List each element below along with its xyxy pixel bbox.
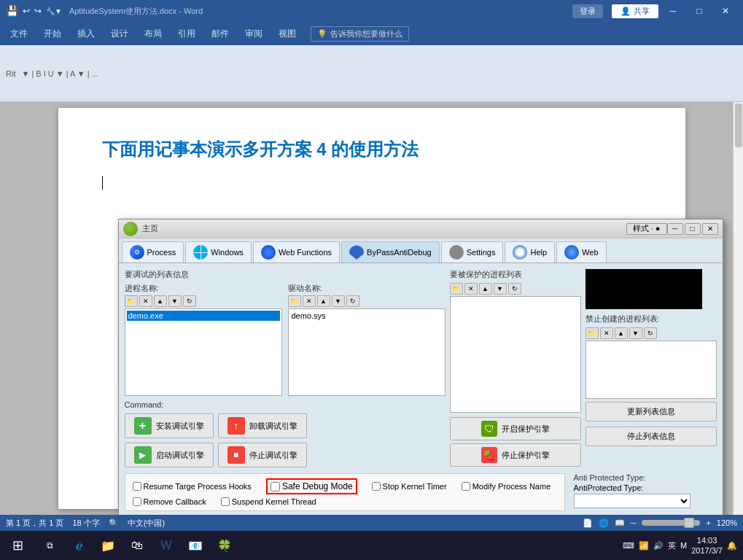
tab-review[interactable]: 审阅 <box>238 25 270 43</box>
customize-icon[interactable]: 🔧▼ <box>46 7 62 15</box>
proc-down-btn[interactable]: ▼ <box>168 295 182 307</box>
settings-tab-icon <box>449 245 464 260</box>
explorer-icon[interactable]: 📁 <box>93 531 122 560</box>
wifi-icon[interactable]: 📶 <box>639 541 649 551</box>
tab-start[interactable]: 开始 <box>36 25 69 43</box>
zoom-increase[interactable]: + <box>706 518 710 527</box>
process-list[interactable]: demo.exe <box>125 308 282 396</box>
tab-help[interactable]: Help <box>505 241 555 262</box>
zoom-level: 120% <box>717 518 737 527</box>
title-text: AptitudeSystem使用方法.docx - Word <box>69 6 203 17</box>
tell-me-input[interactable]: 💡 告诉我你想要做什么 <box>311 26 409 42</box>
proc-up-btn[interactable]: ▲ <box>154 295 167 307</box>
forb-up-btn[interactable]: ▲ <box>615 327 628 339</box>
protected-list[interactable] <box>450 296 581 413</box>
tab-bypass[interactable]: ByPassAntiDebug <box>341 241 440 262</box>
app-close[interactable]: ✕ <box>702 223 718 235</box>
tab-process[interactable]: ⚙ Process <box>122 241 184 262</box>
tab-layout[interactable]: 布局 <box>137 25 169 43</box>
ime-mode[interactable]: M <box>680 541 687 550</box>
view-icon-read[interactable]: 📖 <box>615 518 625 528</box>
maximize-button[interactable]: □ <box>688 3 711 19</box>
safe-debug-checkbox[interactable] <box>271 482 280 491</box>
prot-refresh-btn[interactable]: ↻ <box>508 283 521 295</box>
command-label: Command: <box>125 400 446 409</box>
word-window: 💾 ↩ ↪ 🔧▼ AptitudeSystem使用方法.docx - Word … <box>0 0 743 531</box>
drv-delete-btn[interactable]: ✕ <box>303 295 316 307</box>
process-name-label: 进程名称: <box>125 283 282 294</box>
tab-windows[interactable]: Windows <box>185 241 252 262</box>
forbidden-list[interactable] <box>586 341 717 399</box>
stop-kernel-timer-checkbox[interactable] <box>372 482 381 491</box>
word-scrollbar[interactable] <box>733 102 743 515</box>
tab-reference[interactable]: 引用 <box>171 25 203 43</box>
keyboard-icon[interactable]: ⌨ <box>623 541 634 551</box>
forb-down-btn[interactable]: ▼ <box>629 327 642 339</box>
suspend-kernel-checkbox[interactable] <box>221 497 230 506</box>
proc-delete-btn[interactable]: ✕ <box>139 295 152 307</box>
driver-item[interactable]: demo.sys <box>290 311 443 321</box>
share-button[interactable]: 👤 共享 <box>612 4 658 18</box>
stop-engine-btn[interactable]: ■ 停止调试引擎 <box>218 443 307 467</box>
prot-delete-btn[interactable]: ✕ <box>464 283 478 295</box>
edge-icon[interactable]: ℯ <box>64 531 93 560</box>
tab-file[interactable]: 文件 <box>3 25 35 43</box>
stop-protection-btn[interactable]: 🍓 停止保护引擎 <box>450 443 581 467</box>
notification-icon[interactable]: 🔔 <box>727 541 737 551</box>
zoom-handle[interactable] <box>684 518 694 528</box>
driver-list[interactable]: demo.sys <box>288 308 446 396</box>
undo-icon[interactable]: ↩ <box>23 6 30 16</box>
volume-icon[interactable]: 🔊 <box>653 541 664 551</box>
task-view-button[interactable]: ⧉ <box>35 531 64 560</box>
start-button[interactable]: ⊞ <box>0 531 35 560</box>
update-list-btn[interactable]: 更新列表信息 <box>586 402 717 421</box>
proc-refresh-btn[interactable]: ↻ <box>183 295 196 307</box>
forb-open-btn[interactable]: 📁 <box>586 327 599 339</box>
start-protection-btn[interactable]: 🛡 开启保护引擎 <box>450 417 581 440</box>
proc-open-btn[interactable]: 📁 <box>125 295 138 307</box>
store-icon[interactable]: 🛍 <box>122 531 152 560</box>
drv-refresh-btn[interactable]: ↻ <box>346 295 359 307</box>
ime-lang[interactable]: 英 <box>668 540 676 551</box>
start-engine-btn[interactable]: ▶ 启动调试引擎 <box>125 443 214 467</box>
prot-open-btn[interactable]: 📁 <box>450 283 463 295</box>
remove-callback-checkbox[interactable] <box>133 497 141 506</box>
resume-hooks-checkbox[interactable] <box>133 482 141 491</box>
outlook-icon[interactable]: 📧 <box>181 531 210 560</box>
redo-icon[interactable]: ↪ <box>34 6 42 16</box>
bottom-area: Resume Targe Process Hooks Safe Debug Mo… <box>125 470 717 511</box>
tab-insert[interactable]: 插入 <box>70 25 102 43</box>
tab-mail[interactable]: 邮件 <box>204 25 236 43</box>
word-icon[interactable]: W <box>152 531 181 560</box>
prot-up-btn[interactable]: ▲ <box>479 283 492 295</box>
forb-delete-btn[interactable]: ✕ <box>600 327 613 339</box>
login-button[interactable]: 登录 <box>572 4 603 18</box>
anti-type-select[interactable] <box>574 494 691 508</box>
modify-process-checkbox[interactable] <box>462 482 470 491</box>
view-icon-web[interactable]: 🌐 <box>599 518 609 528</box>
tab-design[interactable]: 设计 <box>104 25 136 43</box>
minimize-button[interactable]: ─ <box>661 3 685 19</box>
install-engine-btn[interactable]: + 安装调试引擎 <box>125 413 214 438</box>
zoom-bar[interactable] <box>642 520 700 526</box>
tab-settings[interactable]: Settings <box>441 241 504 262</box>
drv-up-btn[interactable]: ▲ <box>317 295 330 307</box>
drv-open-btn[interactable]: 📁 <box>288 295 301 307</box>
close-button[interactable]: ✕ <box>714 3 737 19</box>
zoom-decrease[interactable]: ─ <box>631 518 637 527</box>
tab-web-functions[interactable]: Web Functions <box>253 241 340 262</box>
prot-down-btn[interactable]: ▼ <box>494 283 507 295</box>
app-minimize[interactable]: ─ <box>667 223 683 235</box>
process-item[interactable]: demo.exe <box>127 311 280 321</box>
stop-list-btn[interactable]: 停止列表信息 <box>586 427 717 446</box>
tab-view[interactable]: 视图 <box>271 25 303 43</box>
uninstall-engine-btn[interactable]: ↑ 卸载调试引擎 <box>218 413 307 438</box>
app-green-icon[interactable]: 🍀 <box>210 531 239 560</box>
drv-down-btn[interactable]: ▼ <box>332 295 345 307</box>
tab-web[interactable]: Web <box>556 241 606 262</box>
app-restore[interactable]: □ <box>685 223 701 235</box>
view-icon-print[interactable]: 📄 <box>583 518 593 528</box>
forb-refresh-btn[interactable]: ↻ <box>644 327 657 339</box>
save-icon[interactable]: 💾 <box>6 5 18 17</box>
style-button[interactable]: 样式 · ● <box>626 223 667 235</box>
